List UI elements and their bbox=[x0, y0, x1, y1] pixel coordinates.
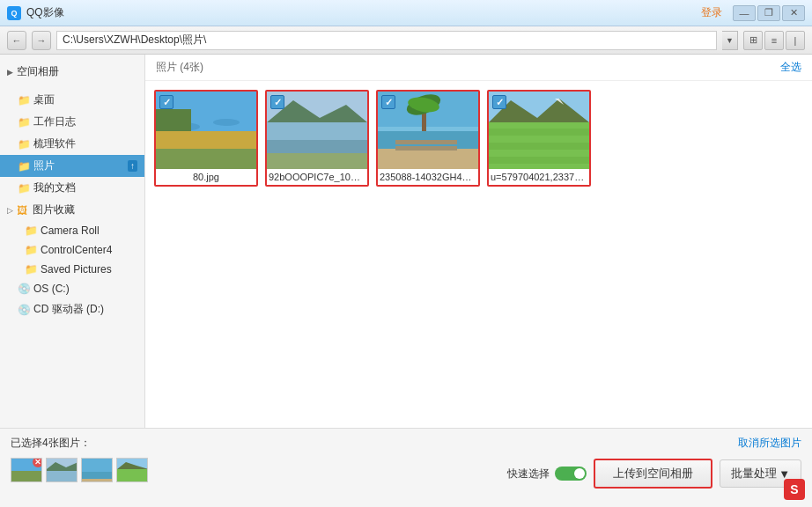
sidebar: ▶ 空间相册 📁 桌面 📁 工作日志 📁 梳理软件 📁 照片 ↑ bbox=[0, 55, 145, 428]
app-title: QQ影像 bbox=[26, 5, 701, 20]
photo-checkbox-4[interactable]: ✓ bbox=[492, 95, 506, 109]
address-dropdown[interactable]: ▼ bbox=[722, 31, 738, 50]
sidebar-item-worklog-label: 工作日志 bbox=[33, 114, 76, 129]
sidebar-item-favorites-label: 图片收藏 bbox=[33, 202, 75, 217]
photo-item-2[interactable]: ✓ 92bOOOPIC7e_1024j... bbox=[265, 90, 369, 187]
settings-view-button[interactable]: | bbox=[786, 31, 805, 50]
sidebar-item-mydocs[interactable]: 📁 我的文档 bbox=[0, 177, 144, 199]
svg-rect-11 bbox=[267, 153, 367, 169]
sidebar-group-album-label: 空间相册 bbox=[17, 64, 59, 79]
deselect-button[interactable]: 取消所选图片 bbox=[738, 436, 801, 451]
svg-rect-38 bbox=[117, 469, 148, 482]
sidebar-item-photos-label: 照片 bbox=[33, 158, 55, 173]
sidebar-item-software-label: 梳理软件 bbox=[33, 136, 76, 151]
svg-point-4 bbox=[213, 119, 240, 126]
photo-thumb-2: ✓ bbox=[267, 92, 367, 169]
selected-info: 已选择4张图片： 取消所选图片 bbox=[11, 436, 801, 451]
watermark: S bbox=[784, 479, 805, 500]
photo-thumb-4: ✓ bbox=[489, 92, 589, 169]
photo-thumb-3: ✓ bbox=[378, 92, 478, 169]
sidebar-item-camera-roll[interactable]: 📁 Camera Roll bbox=[0, 221, 144, 240]
forward-button[interactable]: → bbox=[32, 31, 51, 50]
folder-icon: 📁 bbox=[18, 116, 30, 129]
toggle-knob bbox=[574, 468, 585, 479]
sidebar-item-photos[interactable]: 📁 照片 ↑ bbox=[0, 155, 144, 177]
mini-thumb-3 bbox=[81, 458, 113, 482]
folder-icon: 📁 bbox=[18, 160, 30, 173]
content-area: 照片 (4张) 全选 bbox=[145, 55, 812, 428]
sidebar-album-section: ▶ 空间相册 bbox=[0, 58, 144, 85]
svg-rect-19 bbox=[395, 140, 457, 144]
sidebar-item-desktop-label: 桌面 bbox=[33, 92, 55, 107]
select-all-button[interactable]: 全选 bbox=[780, 60, 801, 75]
photo-item-4[interactable]: ✓ u=579704021,233773... bbox=[487, 90, 591, 187]
sidebar-item-worklog[interactable]: 📁 工作日志 bbox=[0, 111, 144, 133]
svg-rect-26 bbox=[489, 143, 589, 150]
content-grid: ✓ 80.jpg bbox=[145, 81, 812, 428]
remove-badge-1[interactable]: ✕ bbox=[33, 458, 42, 467]
svg-marker-5 bbox=[156, 109, 191, 131]
expand-icon: ▶ bbox=[7, 68, 13, 77]
minimize-button[interactable]: — bbox=[733, 5, 756, 21]
mini-thumb-1: ✕ bbox=[11, 458, 42, 482]
folder-icon: 📁 bbox=[18, 138, 30, 151]
sidebar-item-controlcenter-label: ControlCenter4 bbox=[41, 244, 112, 256]
photo-name-2: 92bOOOPIC7e_1024j... bbox=[267, 169, 367, 185]
photo-name-1: 80.jpg bbox=[156, 169, 256, 185]
main-layout: ▶ 空间相册 📁 桌面 📁 工作日志 📁 梳理软件 📁 照片 ↑ bbox=[0, 55, 812, 428]
svg-rect-27 bbox=[489, 157, 589, 164]
content-title: 照片 (4张) bbox=[156, 60, 203, 75]
content-header: 照片 (4张) 全选 bbox=[145, 55, 812, 81]
drive-icon: 💿 bbox=[18, 283, 30, 295]
sidebar-item-os-c-label: OS (C:) bbox=[33, 283, 70, 295]
svg-rect-1 bbox=[156, 131, 256, 149]
close-button[interactable]: ✕ bbox=[782, 5, 805, 21]
photo-item-1[interactable]: ✓ 80.jpg bbox=[154, 90, 258, 187]
folder-icon: 📁 bbox=[18, 182, 30, 195]
selected-count: 已选择4张图片： bbox=[11, 436, 91, 451]
upload-button[interactable]: 上传到空间相册 bbox=[594, 459, 712, 489]
sidebar-item-saved-pictures[interactable]: 📁 Saved Pictures bbox=[0, 260, 144, 279]
app-logo: Q bbox=[7, 6, 21, 20]
svg-rect-32 bbox=[47, 471, 78, 482]
svg-rect-33 bbox=[82, 459, 113, 472]
svg-rect-34 bbox=[82, 472, 113, 479]
sidebar-item-desktop[interactable]: 📁 桌面 bbox=[0, 89, 144, 111]
list-view-button[interactable]: ≡ bbox=[764, 31, 784, 50]
sidebar-group-album[interactable]: ▶ 空间相册 bbox=[0, 62, 144, 82]
batch-label: 批量处理 bbox=[731, 466, 777, 481]
maximize-button[interactable]: ❐ bbox=[757, 5, 780, 21]
back-button[interactable]: ← bbox=[7, 31, 26, 50]
sidebar-item-favorites[interactable]: ▷ 🖼 图片收藏 bbox=[0, 199, 144, 221]
folder-icon: 📁 bbox=[18, 94, 30, 107]
grid-view-button[interactable]: ⊞ bbox=[743, 31, 763, 50]
photo-item-3[interactable]: ✓ 235088-14032GH443... bbox=[376, 90, 480, 187]
photo-grid: ✓ 80.jpg bbox=[154, 90, 803, 187]
toggle-switch[interactable] bbox=[555, 467, 587, 481]
login-button[interactable]: 登录 bbox=[701, 5, 722, 20]
selected-thumbs: ✕ bbox=[11, 458, 148, 482]
sidebar-item-os-c[interactable]: 💿 OS (C:) bbox=[0, 279, 144, 298]
sidebar-item-mydocs-label: 我的文档 bbox=[33, 180, 76, 195]
photo-name-3: 235088-14032GH443... bbox=[378, 169, 478, 185]
window-controls: — ❐ ✕ bbox=[733, 5, 805, 21]
address-input[interactable] bbox=[56, 31, 717, 50]
action-buttons: 快速选择 上传到空间相册 批量处理 ▼ bbox=[507, 459, 801, 489]
folder-icon: 🖼 bbox=[17, 204, 29, 217]
photo-checkbox-2[interactable]: ✓ bbox=[270, 95, 284, 109]
sidebar-item-saved-pictures-label: Saved Pictures bbox=[41, 263, 112, 276]
bottom-panel: 已选择4张图片： 取消所选图片 ✕ 快速选择 bbox=[0, 428, 812, 507]
sidebar-item-camera-roll-label: Camera Roll bbox=[41, 224, 100, 237]
sidebar-item-controlcenter[interactable]: 📁 ControlCenter4 bbox=[0, 240, 144, 260]
sidebar-item-cd-d[interactable]: 💿 CD 驱动器 (D:) bbox=[0, 298, 144, 320]
drive-icon: 💿 bbox=[18, 304, 30, 316]
quick-select: 快速选择 bbox=[507, 467, 587, 481]
sidebar-item-software[interactable]: 📁 梳理软件 bbox=[0, 133, 144, 155]
photo-checkbox-1[interactable]: ✓ bbox=[159, 95, 173, 109]
title-bar: Q QQ影像 登录 — ❐ ✕ bbox=[0, 0, 812, 26]
mini-thumb-2 bbox=[46, 458, 78, 482]
expand-icon: ▷ bbox=[7, 206, 13, 215]
svg-rect-2 bbox=[156, 149, 256, 169]
svg-rect-20 bbox=[395, 146, 457, 151]
photo-checkbox-3[interactable]: ✓ bbox=[381, 95, 395, 109]
